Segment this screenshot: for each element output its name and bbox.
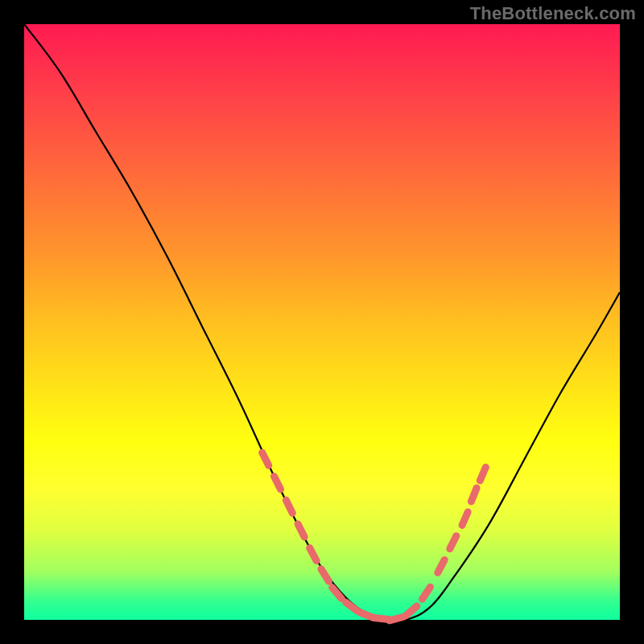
highlight-dash [298,524,304,537]
highlight-dash [406,606,417,616]
highlight-dash [390,617,403,621]
highlight-dash [310,548,316,561]
curve-layer [24,24,620,620]
highlight-dash [423,587,431,599]
highlight-dash [286,500,292,513]
highlight-dash [321,569,328,581]
highlight-dash [471,488,477,502]
highlight-dash [462,512,468,525]
highlight-dash [332,588,342,599]
bottleneck-curve [24,24,620,621]
highlight-dash [274,477,280,489]
watermark-text: TheBottleneck.com [470,3,636,24]
highlight-dash [480,467,485,481]
highlight-dash [346,602,357,611]
highlight-dash [262,452,269,465]
highlight-dash [438,559,444,572]
chart-container: TheBottleneck.com [0,0,644,644]
highlight-dashes [262,452,486,621]
highlight-dash [450,536,456,549]
